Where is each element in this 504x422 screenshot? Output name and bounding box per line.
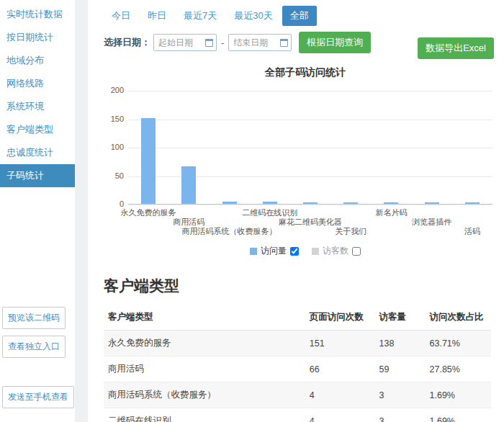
y-axis-tick-label: 50 xyxy=(104,171,124,180)
sidebar-action-button[interactable]: 预览该二维码 xyxy=(2,307,66,329)
chart-plot xyxy=(128,91,492,205)
range-tabs: 今日昨日最近7天最近30天全部 xyxy=(104,6,495,26)
sidebar-item[interactable]: 实时统计数据 xyxy=(0,3,75,26)
sidebar-item[interactable]: 按日期统计 xyxy=(0,26,75,49)
table-row: 二维码在线识别431.69% xyxy=(104,408,491,422)
y-axis-tick-label: 150 xyxy=(104,115,124,123)
x-axis-category-label: 新名片码 xyxy=(375,207,407,218)
client-table-head-row: 客户端类型页面访问次数访客量访问次数占比 xyxy=(104,305,491,331)
legend-swatch-icon xyxy=(250,248,257,255)
table-header-cell: 客户端类型 xyxy=(104,305,305,331)
legend-item[interactable]: 访问量 xyxy=(250,245,299,257)
table-row: 永久免费的服务15113863.71% xyxy=(104,331,491,356)
x-axis-category-label: 商用活码系统（收费服务） xyxy=(182,226,277,237)
chart-title: 全部子码访问统计 xyxy=(104,66,504,79)
sidebar-action-button[interactable]: 发送至手机查看 xyxy=(2,386,74,408)
main-panel: 今日昨日最近7天最近30天全部 选择日期： - 根据日期查询 数据导出Excel… xyxy=(88,0,504,422)
sidebar-item[interactable]: 网络线路 xyxy=(0,72,75,95)
range-tab[interactable]: 昨日 xyxy=(140,6,174,26)
chart-bar[interactable] xyxy=(181,166,196,204)
x-axis-category-label: 关于我们 xyxy=(335,226,366,237)
chart-xlabels: 永久免费的服务商用活码商用活码系统（收费服务）二维码在线识别麻花二维码美化器关于… xyxy=(128,207,492,239)
chart-bar[interactable] xyxy=(425,202,439,204)
table-row: 商用活码665927.85% xyxy=(104,356,491,382)
table-cell: 63.71% xyxy=(426,331,491,356)
sidebar: 实时统计数据按日期统计地域分布网络线路系统环境客户端类型忠诚度统计子码统计 预览… xyxy=(0,0,75,422)
client-table-body: 永久免费的服务15113863.71%商用活码665927.85%商用活码系统（… xyxy=(104,331,491,422)
sidebar-actions: 预览该二维码查看独立入口发送至手机查看 xyxy=(0,307,75,415)
chart-bar[interactable] xyxy=(465,202,480,204)
table-header-cell: 页面访问次数 xyxy=(305,305,375,331)
sidebar-item[interactable]: 子码统计 xyxy=(0,164,75,187)
chart-bar[interactable] xyxy=(263,202,277,204)
table-cell: 4 xyxy=(305,408,375,422)
sidebar-item[interactable]: 地域分布 xyxy=(0,49,75,72)
range-tab[interactable]: 最近30天 xyxy=(226,6,280,26)
end-date-wrap xyxy=(228,34,292,51)
chart-legend: 访问量访客数 xyxy=(104,245,504,257)
legend-swatch-icon xyxy=(312,248,319,255)
chart: 050100150200 永久免费的服务商用活码商用活码系统（收费服务）二维码在… xyxy=(104,91,492,242)
range-tab[interactable]: 最近7天 xyxy=(176,6,225,26)
table-cell: 商用活码 xyxy=(104,356,305,382)
legend-label: 访问量 xyxy=(261,245,287,257)
x-axis-category-label: 麻花二维码美化器 xyxy=(279,217,342,228)
chart-gridline xyxy=(128,205,492,205)
table-header-cell: 访客量 xyxy=(375,305,426,331)
table-cell: 59 xyxy=(375,356,426,382)
app-root: 实时统计数据按日期统计地域分布网络线路系统环境客户端类型忠诚度统计子码统计 预览… xyxy=(0,0,504,422)
y-axis-tick-label: 200 xyxy=(104,86,124,94)
x-axis-category-label: 活码 xyxy=(464,226,480,237)
legend-item[interactable]: 访客数 xyxy=(312,245,361,257)
table-cell: 4 xyxy=(305,382,375,408)
query-by-date-button[interactable]: 根据日期查询 xyxy=(299,32,371,53)
chart-bar[interactable] xyxy=(303,202,318,204)
range-tab[interactable]: 全部 xyxy=(282,6,317,26)
export-excel-button[interactable]: 数据导出Excel xyxy=(418,37,494,59)
date-filter-label: 选择日期： xyxy=(104,36,150,49)
sidebar-menu: 实时统计数据按日期统计地域分布网络线路系统环境客户端类型忠诚度统计子码统计 xyxy=(0,0,75,187)
start-date-wrap xyxy=(153,34,217,51)
sidebar-item[interactable]: 忠诚度统计 xyxy=(0,141,75,164)
y-axis-tick-label: 100 xyxy=(104,143,124,151)
table-cell: 66 xyxy=(305,356,375,382)
table-cell: 永久免费的服务 xyxy=(104,331,305,356)
range-tab[interactable]: 今日 xyxy=(104,6,138,26)
chart-bar[interactable] xyxy=(141,118,156,204)
start-date-input[interactable] xyxy=(153,34,217,51)
sidebar-item[interactable]: 系统环境 xyxy=(0,95,75,118)
date-range-separator: - xyxy=(221,37,224,48)
chart-area: 050100150200 xyxy=(104,91,492,205)
end-date-input[interactable] xyxy=(228,34,292,51)
table-cell: 151 xyxy=(305,331,375,356)
legend-checkbox[interactable] xyxy=(290,247,299,256)
table-header-cell: 访问次数占比 xyxy=(426,305,491,331)
sidebar-action-button[interactable]: 查看独立入口 xyxy=(2,336,66,358)
table-cell: 3 xyxy=(375,382,426,408)
table-cell: 3 xyxy=(375,408,426,422)
x-axis-category-label: 永久免费的服务 xyxy=(121,207,176,218)
table-cell: 1.69% xyxy=(426,382,491,408)
sidebar-item[interactable]: 客户端类型 xyxy=(0,118,75,141)
table-cell: 138 xyxy=(375,331,426,356)
x-axis-category-label: 浏览器插件 xyxy=(412,217,451,228)
table-cell: 商用活码系统（收费服务） xyxy=(104,382,305,408)
chart-bar[interactable] xyxy=(343,202,358,204)
table-cell: 27.85% xyxy=(426,356,491,382)
client-type-table: 客户端类型页面访问次数访客量访问次数占比 永久免费的服务15113863.71%… xyxy=(104,305,491,422)
chart-bar[interactable] xyxy=(222,202,237,204)
chart-gridline xyxy=(128,148,492,148)
table-cell: 1.69% xyxy=(426,408,491,422)
client-type-section-title: 客户端类型 xyxy=(104,276,495,296)
chart-gridline xyxy=(128,120,492,120)
chart-bar[interactable] xyxy=(384,202,398,204)
legend-label: 访客数 xyxy=(323,245,348,257)
table-row: 商用活码系统（收费服务）431.69% xyxy=(104,382,491,408)
legend-checkbox[interactable] xyxy=(352,247,361,256)
table-cell: 二维码在线识别 xyxy=(104,408,305,422)
chart-gridline xyxy=(128,91,492,91)
